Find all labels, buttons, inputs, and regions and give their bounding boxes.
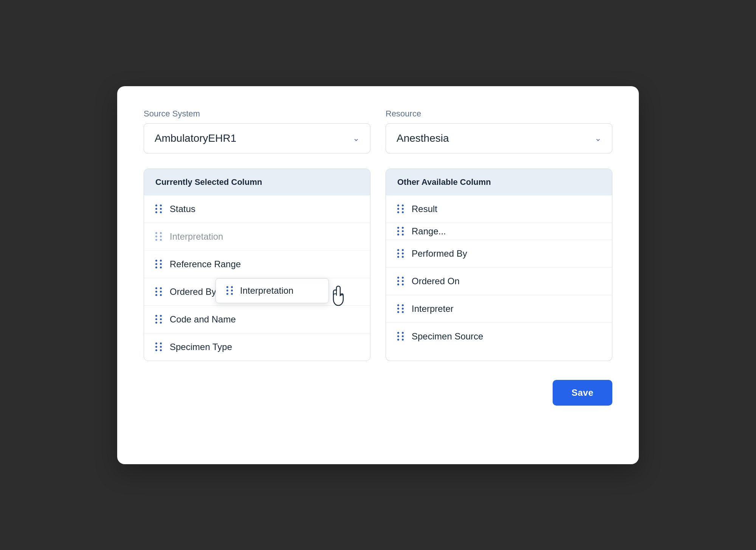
item-label: Range... <box>412 226 446 237</box>
list-item[interactable]: Specimen Source <box>386 323 612 350</box>
drag-icon <box>397 332 405 341</box>
list-item[interactable]: Specimen Type <box>144 333 370 361</box>
item-label: Specimen Type <box>170 342 232 352</box>
list-item[interactable]: Performed By <box>386 240 612 268</box>
drag-icon <box>397 205 405 213</box>
drag-tooltip: Interpretation <box>215 278 329 303</box>
drag-icon <box>155 205 163 213</box>
source-system-field: Source System AmbulatoryEHR1 ⌄ <box>144 109 370 153</box>
resource-field: Resource Anesthesia ⌄ <box>386 109 612 153</box>
available-column-panel: Other Available Column Result Range... <box>386 169 612 361</box>
item-label: Ordered By <box>170 287 216 297</box>
item-label: Interpreter <box>412 304 454 314</box>
available-column-header: Other Available Column <box>386 169 612 195</box>
hand-cursor-icon <box>329 285 350 311</box>
footer: Save <box>144 380 612 406</box>
list-item[interactable]: Reference Range <box>144 251 370 278</box>
item-label: Reference Range <box>170 259 241 270</box>
drag-icon <box>226 286 234 295</box>
drag-icon <box>397 304 405 313</box>
list-item[interactable]: Interpretation <box>144 223 370 251</box>
drag-icon <box>155 287 163 296</box>
item-label: Result <box>412 204 437 214</box>
list-item[interactable]: Status <box>144 195 370 223</box>
item-label: Performed By <box>412 248 467 259</box>
selected-column-header: Currently Selected Column <box>144 169 370 195</box>
form-grid: Source System AmbulatoryEHR1 ⌄ Resource … <box>144 109 612 153</box>
resource-label: Resource <box>386 109 612 119</box>
item-label: Code and Name <box>170 314 236 325</box>
drag-tooltip-text: Interpretation <box>240 285 293 296</box>
item-label: Specimen Source <box>412 331 483 342</box>
drag-icon <box>397 249 405 258</box>
list-item-partial: Range... <box>386 223 612 240</box>
resource-select[interactable]: Anesthesia ⌄ <box>386 123 612 153</box>
resource-value: Anesthesia <box>397 132 449 144</box>
columns-grid: Currently Selected Column Status Interpr… <box>144 169 612 361</box>
item-label: Ordered On <box>412 276 460 287</box>
drag-icon <box>155 232 163 241</box>
source-system-chevron-icon: ⌄ <box>353 133 359 143</box>
drag-icon <box>397 277 405 285</box>
drag-icon <box>155 260 163 268</box>
source-system-value: AmbulatoryEHR1 <box>155 132 236 144</box>
item-label: Interpretation <box>170 231 223 242</box>
source-system-select[interactable]: AmbulatoryEHR1 ⌄ <box>144 123 370 153</box>
list-item[interactable]: Ordered On <box>386 268 612 295</box>
selected-column-panel: Currently Selected Column Status Interpr… <box>144 169 370 361</box>
list-item[interactable]: Result <box>386 195 612 223</box>
resource-chevron-icon: ⌄ <box>595 133 601 143</box>
drag-icon <box>397 227 405 235</box>
modal: Source System AmbulatoryEHR1 ⌄ Resource … <box>117 86 639 464</box>
source-system-label: Source System <box>144 109 370 119</box>
save-button[interactable]: Save <box>553 380 612 406</box>
drag-icon <box>155 342 163 351</box>
drag-icon <box>155 315 163 324</box>
list-item[interactable]: Interpreter <box>386 295 612 323</box>
item-label: Status <box>170 204 195 214</box>
